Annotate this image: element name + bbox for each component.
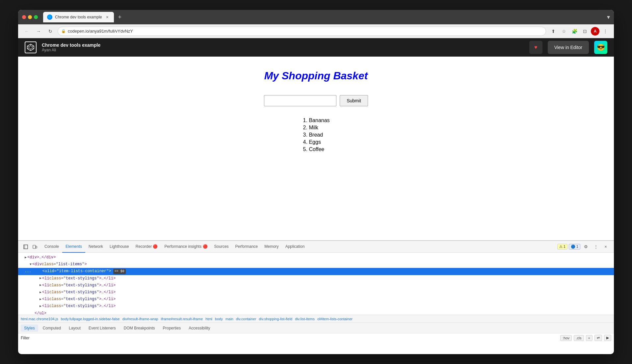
list-item: Eggs (309, 139, 329, 145)
styles-tab-dom-breakpoints[interactable]: DOM Breakpoints (120, 325, 158, 332)
filter-row: Filter :hov .cls + ⇌ ▶ (18, 333, 614, 342)
collapse-arrow[interactable]: ▶ (25, 255, 27, 260)
html-line-selected[interactable]: ... <ul id="item-lists-container"> == $0 (18, 268, 614, 275)
breadcrumb-item[interactable]: main (225, 317, 233, 321)
add-style-button[interactable]: + (586, 335, 592, 341)
styles-tab-computed[interactable]: Computed (40, 325, 64, 332)
settings-button[interactable]: ⚙ (582, 243, 590, 251)
tab-lighthouse-label: Lighthouse (110, 244, 129, 249)
close-devtools-button[interactable]: × (601, 243, 610, 251)
maximize-button[interactable] (34, 15, 38, 19)
collapse-arrow[interactable]: ▼ (30, 262, 32, 267)
tab-memory[interactable]: Memory (261, 241, 282, 253)
svg-rect-9 (24, 245, 28, 249)
user-avatar[interactable]: 😎 (594, 41, 607, 54)
collapse-arrow[interactable]: ▶ (40, 276, 41, 281)
cls-button[interactable]: .cls (574, 335, 584, 341)
tab-sources[interactable]: Sources (211, 241, 232, 253)
tab-network[interactable]: Network (85, 241, 106, 253)
breadcrumb-item[interactable]: div.container (236, 317, 256, 321)
equals-badge: == $0 (113, 269, 126, 274)
styles-tab-accessibility[interactable]: Accessibility (185, 325, 213, 332)
back-button[interactable]: ← (22, 27, 31, 36)
breadcrumb-item[interactable]: body (215, 317, 223, 321)
tab-dropdown-button[interactable]: ▾ (607, 13, 610, 21)
shopping-list: Bananas Milk Bread Eggs Coffee (302, 116, 329, 154)
close-button[interactable] (22, 15, 26, 19)
play-button[interactable]: ▶ (604, 335, 611, 341)
active-tab[interactable]: Chrome dev tools example × (43, 12, 114, 22)
breadcrumb-item[interactable]: div.shopping-list-field (259, 317, 292, 321)
bookmark-button[interactable]: ☆ (559, 27, 568, 36)
filter-label: Filter (21, 336, 558, 340)
breadcrumb-item[interactable]: body.fullpage.logged-in.sidebar-false (61, 317, 120, 321)
forward-button[interactable]: → (34, 27, 43, 36)
html-line[interactable]: ▶ <li class="text-stylings">…</li> (18, 303, 614, 310)
ellipsis: … (39, 254, 41, 261)
submit-button[interactable]: Submit (340, 95, 368, 106)
tab-performance-label: Performance (235, 244, 258, 249)
html-line[interactable]: ▶ <li class="text-stylings">…</li> (18, 275, 614, 282)
html-line[interactable]: ▶ <div>…</div> (18, 254, 614, 261)
tab-title: Chrome dev tools example (55, 15, 102, 19)
minimize-button[interactable] (28, 15, 32, 19)
html-line[interactable]: ▶ <li class="text-stylings">…</li> (18, 296, 614, 303)
tab-lighthouse[interactable]: Lighthouse (106, 241, 132, 253)
html-line[interactable]: ▼ <div class="list-items"> (18, 261, 614, 268)
profile-avatar[interactable]: A (591, 27, 599, 36)
tab-performance[interactable]: Performance (232, 241, 261, 253)
list-item: Bananas (309, 117, 329, 123)
html-line[interactable]: </ul> (18, 310, 614, 315)
breadcrumb-item[interactable]: iframe#result.result-iframe (161, 317, 203, 321)
html-line[interactable]: ▶ <li class="text-stylings">…</li> (18, 282, 614, 289)
tab-close-button[interactable]: × (105, 14, 110, 20)
collapse-arrow[interactable]: ▶ (40, 283, 41, 288)
device-toolbar-button[interactable] (31, 243, 39, 251)
tab-recorder[interactable]: Recorder 🔴 (132, 241, 161, 253)
view-in-editor-button[interactable]: View in Editor (548, 41, 589, 54)
sync-button[interactable]: ⊡ (580, 27, 590, 36)
collapse-arrow[interactable]: ▶ (40, 290, 41, 295)
heart-icon: ♥ (534, 44, 538, 50)
styles-tab-properties[interactable]: Properties (160, 325, 184, 332)
hov-button[interactable]: :hov (560, 335, 572, 341)
collapse-arrow[interactable]: ▶ (40, 297, 41, 302)
breadcrumb-item[interactable]: div#result-iframe-wrap (122, 317, 158, 321)
tab-recorder-label: Recorder 🔴 (136, 244, 158, 249)
list-item: Milk (309, 125, 329, 131)
extensions-button[interactable]: 🧩 (570, 27, 579, 36)
styles-tab-styles[interactable]: Styles (21, 325, 38, 332)
tab-elements[interactable]: Elements (62, 241, 85, 253)
breadcrumb-item[interactable]: div.list-items (295, 317, 315, 321)
item-input[interactable] (264, 95, 336, 106)
inspect-element-button[interactable] (21, 243, 30, 251)
tag-text: <div> (27, 254, 39, 261)
styles-tab-layout[interactable]: Layout (66, 325, 84, 332)
tab-application[interactable]: Application (282, 241, 308, 253)
devtools-right-icons: ⚠ 1 🔵 1 ⚙ ⋮ × (557, 243, 613, 251)
title-bar: Chrome dev tools example × + ▾ (18, 10, 614, 24)
new-tab-button[interactable]: + (115, 13, 124, 22)
breadcrumb-item[interactable]: html (205, 317, 212, 321)
heart-button[interactable]: ♥ (529, 41, 542, 54)
breadcrumb-item[interactable]: ol#item-lists-container (317, 317, 353, 321)
tab-memory-label: Memory (264, 244, 278, 249)
share-button[interactable]: ⬆ (549, 27, 558, 36)
menu-button[interactable]: ⋮ (601, 27, 610, 36)
toggle-icon[interactable]: ⇌ (594, 335, 602, 341)
styles-tab-event-listeners[interactable]: Event Listeners (85, 325, 119, 332)
collapse-arrow[interactable]: ▶ (40, 304, 41, 309)
tab-performance-insights[interactable]: Performance insights 🔴 (161, 241, 211, 253)
refresh-button[interactable]: ↻ (46, 27, 55, 36)
svg-rect-11 (33, 245, 36, 248)
html-line[interactable]: ▶ <li class="text-stylings">…</li> (18, 289, 614, 296)
more-options-button[interactable]: ⋮ (592, 243, 600, 251)
tab-performance-insights-label: Performance insights 🔴 (164, 244, 207, 249)
tab-sources-label: Sources (214, 244, 229, 249)
breadcrumb-item[interactable]: html.mac.chrome104.js (21, 317, 58, 321)
warning-badge: ⚠ 1 (557, 244, 567, 249)
dots-indicator: ... (25, 269, 31, 274)
tab-console[interactable]: Console (41, 241, 62, 253)
pen-info: Chrome dev tools example Ayan Ali (42, 42, 100, 52)
url-bar[interactable]: 🔒 codepen.io/anya91m/full/vYdvNzY (58, 27, 546, 36)
